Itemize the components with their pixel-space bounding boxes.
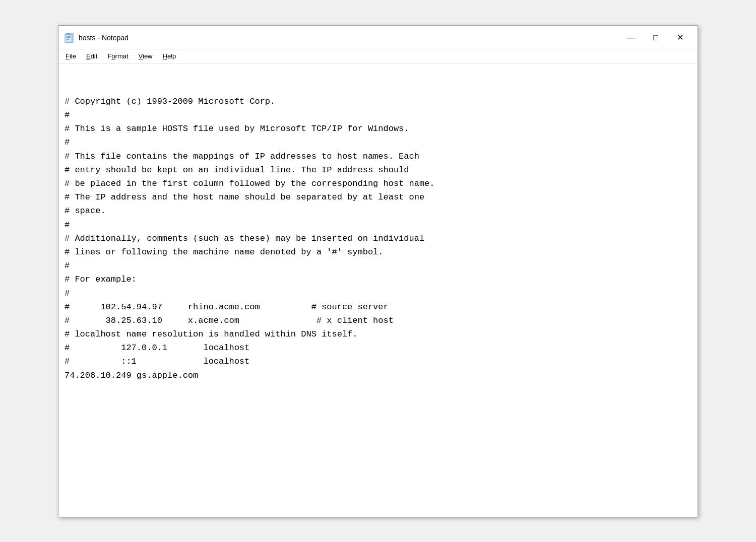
text-line: # — [65, 136, 691, 149]
svg-rect-1 — [65, 34, 72, 42]
svg-rect-5 — [68, 33, 70, 35]
menu-format[interactable]: Format — [102, 50, 133, 62]
text-line: # — [65, 259, 691, 273]
maximize-button[interactable]: □ — [644, 30, 667, 46]
text-line: # 102.54.94.97 rhino.acme.com # source s… — [65, 300, 691, 314]
notepad-window: hosts - Notepad — □ ✕ File Edit Format V… — [58, 25, 698, 517]
text-line: # Copyright (c) 1993-2009 Microsoft Corp… — [65, 95, 691, 108]
text-line: # — [65, 108, 691, 122]
text-line: # For example: — [65, 273, 691, 286]
text-line: # 38.25.63.10 x.acme.com # x client host — [65, 314, 691, 327]
text-line: # lines or following the machine name de… — [65, 245, 691, 259]
text-line: # Additionally, comments (such as these)… — [65, 232, 691, 245]
title-bar-left: hosts - Notepad — [65, 33, 129, 43]
title-bar: hosts - Notepad — □ ✕ — [58, 26, 698, 49]
text-line: # The IP address and the host name shoul… — [65, 190, 691, 204]
menu-help[interactable]: Help — [158, 50, 181, 62]
text-line: # — [65, 218, 691, 232]
text-line: # space. — [65, 204, 691, 218]
menu-edit[interactable]: Edit — [81, 50, 102, 62]
menu-view[interactable]: View — [134, 50, 158, 62]
notepad-icon — [65, 33, 75, 43]
text-line: 74.208.10.249 gs.apple.com — [65, 369, 691, 382]
text-line: # localhost name resolution is handled w… — [65, 327, 691, 341]
text-line: # — [65, 287, 691, 300]
text-line: # be placed in the first column followed… — [65, 177, 691, 190]
close-button[interactable]: ✕ — [668, 30, 691, 46]
text-line: # 127.0.0.1 localhost — [65, 341, 691, 355]
menu-bar: File Edit Format View Help — [58, 49, 698, 63]
title-bar-controls: — □ ✕ — [620, 30, 691, 46]
minimize-button[interactable]: — — [620, 30, 643, 46]
text-line: # ::1 localhost — [65, 355, 691, 368]
text-line: # This file contains the mappings of IP … — [65, 150, 691, 163]
window-title: hosts - Notepad — [79, 34, 129, 42]
text-line: # This is a sample HOSTS file used by Mi… — [65, 122, 691, 136]
text-editor[interactable]: # Copyright (c) 1993-2009 Microsoft Corp… — [58, 63, 698, 517]
menu-file[interactable]: File — [60, 50, 81, 62]
text-line: # entry should be kept on an individual … — [65, 163, 691, 177]
